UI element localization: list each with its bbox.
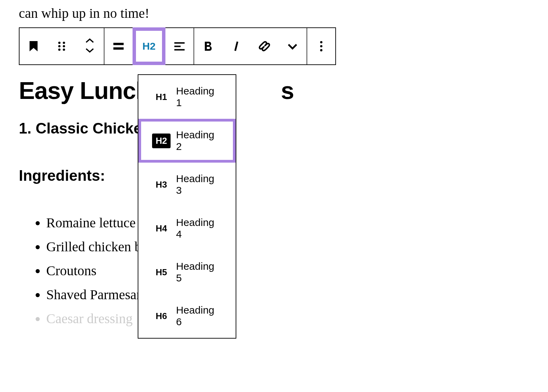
- toolbar-group-more: [307, 28, 335, 64]
- svg-point-11: [320, 41, 323, 43]
- heading-badge: H3: [152, 177, 171, 192]
- text-align-button[interactable]: [165, 28, 194, 64]
- block-type-button[interactable]: [20, 28, 48, 64]
- chevron-down-icon: [286, 39, 299, 53]
- toolbar-group-heading: H2: [104, 28, 194, 64]
- block-toolbar: H2: [19, 27, 336, 65]
- dropdown-item-h4[interactable]: H4 Heading 4: [138, 206, 236, 250]
- align-icon: [112, 39, 125, 53]
- chevron-up-icon: [85, 38, 95, 44]
- more-options-button[interactable]: [307, 28, 335, 64]
- bold-button[interactable]: [194, 28, 222, 64]
- svg-rect-6: [113, 43, 124, 45]
- svg-point-0: [58, 42, 61, 44]
- dropdown-item-h1[interactable]: H1 Heading 1: [138, 75, 236, 119]
- chevron-down-icon: [85, 47, 95, 53]
- svg-rect-7: [113, 47, 124, 50]
- svg-point-3: [63, 45, 65, 48]
- heading-text-part2: s: [281, 77, 294, 104]
- bold-icon: [201, 39, 215, 53]
- heading-level-dropdown: H1 Heading 1 H2 Heading 2 H3 Heading 3 H…: [138, 74, 236, 339]
- drag-handle-button[interactable]: [48, 28, 76, 64]
- svg-point-4: [58, 49, 61, 51]
- heading-badge: H4: [152, 221, 171, 236]
- align-button[interactable]: [104, 28, 133, 64]
- dropdown-item-h5[interactable]: H5 Heading 5: [138, 250, 236, 294]
- svg-rect-8: [174, 42, 185, 43]
- svg-point-2: [58, 45, 61, 48]
- svg-point-13: [320, 49, 323, 51]
- move-up-button[interactable]: [85, 38, 95, 45]
- link-button[interactable]: [250, 28, 278, 64]
- svg-point-1: [63, 42, 65, 44]
- heading-label: Heading 1: [176, 85, 222, 109]
- heading-badge: H5: [152, 265, 171, 280]
- bookmark-icon: [27, 39, 40, 53]
- link-icon: [258, 39, 271, 53]
- heading-label: Heading 4: [176, 217, 222, 240]
- dropdown-item-h3[interactable]: H3 Heading 3: [138, 163, 236, 206]
- heading-label: Heading 2: [176, 129, 222, 152]
- more-format-button[interactable]: [278, 28, 307, 64]
- ingredients-label[interactable]: Ingredients:: [19, 167, 105, 184]
- svg-rect-10: [174, 49, 185, 50]
- dropdown-item-h6[interactable]: H6 Heading 6: [138, 294, 236, 338]
- kebab-icon: [314, 39, 328, 53]
- heading-level-button[interactable]: H2: [133, 27, 165, 65]
- heading-badge: H1: [152, 90, 171, 104]
- intro-text: can whip up in no time!: [19, 5, 149, 21]
- italic-button[interactable]: [222, 28, 250, 64]
- toolbar-group-block: [20, 28, 104, 64]
- move-down-button[interactable]: [85, 47, 95, 55]
- heading-badge: H2: [152, 134, 171, 148]
- heading-badge: H6: [152, 309, 171, 324]
- heading-label: Heading 5: [176, 261, 222, 284]
- svg-point-12: [320, 45, 323, 48]
- svg-point-5: [63, 49, 65, 51]
- heading-label: Heading 6: [176, 304, 222, 328]
- heading-label: Heading 3: [176, 173, 222, 196]
- toolbar-group-format: [194, 28, 307, 64]
- text-align-icon: [173, 39, 186, 53]
- svg-rect-9: [174, 46, 180, 47]
- dropdown-item-h2[interactable]: H2 Heading 2: [138, 119, 236, 163]
- move-buttons: [76, 28, 104, 64]
- italic-icon: [229, 39, 243, 53]
- drag-icon: [55, 39, 68, 53]
